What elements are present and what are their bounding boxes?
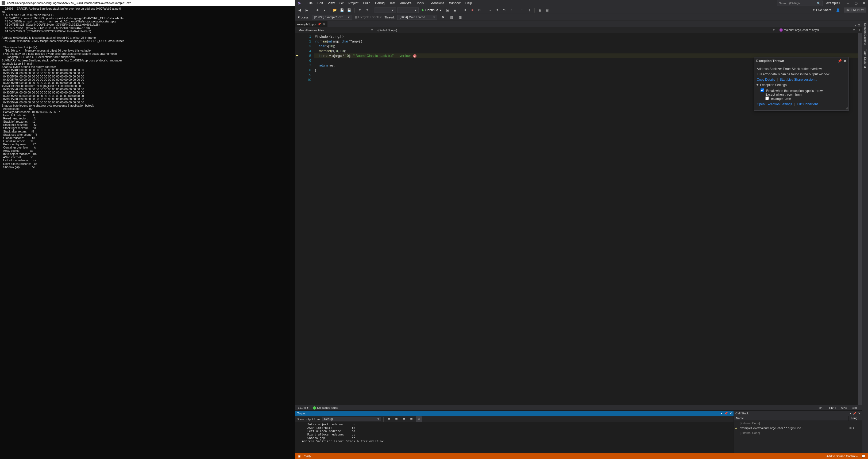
team-explorer-tab[interactable]: Team Explorer bbox=[864, 49, 867, 68]
resize-grip-icon[interactable]: ◢ bbox=[845, 107, 848, 109]
callstack-dropdown-icon[interactable]: ▾ bbox=[849, 412, 851, 415]
output-tool-c-button[interactable]: ≣ bbox=[401, 416, 407, 422]
callstack-row[interactable]: [External Code] bbox=[734, 430, 862, 435]
menu-help[interactable]: Help bbox=[463, 0, 474, 6]
editor-scrollbar[interactable] bbox=[858, 33, 862, 405]
output-close-icon[interactable]: ✕ bbox=[730, 412, 732, 415]
start-live-share-link[interactable]: Start Live Share session... bbox=[780, 78, 817, 81]
tab-gear-icon[interactable]: ⚙ bbox=[858, 24, 861, 27]
tool-b-button[interactable]: ⤵ bbox=[526, 7, 532, 13]
zoom-level[interactable]: 111 % ▾ bbox=[298, 406, 309, 409]
menu-git[interactable]: Git bbox=[337, 0, 346, 6]
int-preview-badge[interactable]: INT PREVIEW bbox=[844, 7, 866, 12]
callstack-titlebar[interactable]: Call Stack ▾ 📌 ✕ bbox=[734, 411, 862, 416]
feedback-button[interactable]: 👤 bbox=[835, 7, 841, 13]
copy-details-link[interactable]: Copy Details bbox=[757, 78, 775, 81]
close-tab-icon[interactable]: ✕ bbox=[323, 23, 326, 26]
menu-view[interactable]: View bbox=[326, 0, 337, 6]
line-indicator[interactable]: Ln: 5 bbox=[818, 406, 824, 409]
flag-button[interactable]: ⚑ bbox=[440, 14, 446, 20]
step-into-button[interactable]: ↴ bbox=[494, 7, 500, 13]
nav-member-selector[interactable]: 🟣 main(int argc, char ** argv)▾ bbox=[777, 28, 857, 32]
output-wordwrap-button[interactable]: ⏎ bbox=[416, 416, 422, 422]
output-tool-a-button[interactable]: ≣ bbox=[386, 416, 392, 422]
eol-indicator[interactable]: CRLF bbox=[852, 406, 860, 409]
open-button[interactable]: ▾ bbox=[321, 7, 328, 13]
new-item-button[interactable]: ✚ bbox=[314, 7, 320, 13]
tool-d-button[interactable]: ▦ bbox=[544, 7, 550, 13]
popup-pin-icon[interactable]: 📌 bbox=[838, 59, 842, 63]
edit-conditions-link[interactable]: Edit Conditions bbox=[797, 102, 818, 106]
callstack-col-name[interactable]: Name bbox=[734, 416, 849, 421]
platform-selector[interactable]: ▾ bbox=[397, 7, 418, 13]
console-output[interactable]: ==23696==ERROR: AddressSanitizer: stack-… bbox=[0, 6, 295, 459]
menu-analyze[interactable]: Analyze bbox=[398, 0, 414, 6]
issues-status[interactable]: ✓No issues found bbox=[313, 406, 338, 410]
menu-file[interactable]: File bbox=[305, 0, 315, 6]
menu-tools[interactable]: Tools bbox=[414, 0, 426, 6]
popup-close-icon[interactable]: ✕ bbox=[844, 59, 846, 63]
restart-button[interactable]: ⟳ bbox=[477, 7, 483, 13]
step-over-button[interactable]: ↷ bbox=[501, 7, 507, 13]
module-checkbox[interactable] bbox=[765, 96, 769, 100]
menu-build[interactable]: Build bbox=[361, 0, 373, 6]
pin-icon[interactable]: 📌 bbox=[317, 23, 321, 26]
break-all-button[interactable]: ⏸ bbox=[462, 7, 468, 13]
exception-settings-header[interactable]: Exception Settings bbox=[757, 83, 846, 87]
output-tool-b-button[interactable]: ≣ bbox=[394, 416, 399, 422]
callstack-close-icon[interactable]: ✕ bbox=[858, 412, 861, 415]
break-checkbox-row[interactable]: Break when this exception type is thrown bbox=[761, 89, 825, 93]
nav-back-button[interactable]: ◀ bbox=[297, 7, 303, 13]
continue-button[interactable]: Continue ▾ bbox=[420, 7, 443, 13]
maximize-button[interactable]: ▢ bbox=[852, 0, 860, 6]
redo-button[interactable]: ↷ bbox=[364, 7, 370, 13]
output-pin-icon[interactable]: 📌 bbox=[724, 412, 728, 415]
step-out-button[interactable]: ↑ bbox=[509, 7, 515, 13]
search-box[interactable]: Search (Ctrl+Q) 🔍 bbox=[777, 1, 823, 6]
nav-fwd-button[interactable]: ▶ bbox=[304, 7, 310, 13]
save-all-button[interactable]: 💾 bbox=[346, 7, 352, 13]
thread-selector[interactable]: [2604] Main Thread▾ bbox=[397, 15, 437, 20]
notifications-icon[interactable]: 💬 bbox=[862, 455, 865, 458]
menu-extensions[interactable]: Extensions bbox=[426, 0, 446, 6]
indent-indicator[interactable]: SPC bbox=[841, 406, 847, 409]
output-titlebar[interactable]: Output ▾ 📌 ✕ bbox=[295, 411, 734, 416]
save-button[interactable]: 💾 bbox=[339, 7, 345, 13]
output-source-selector[interactable]: Debug▾ bbox=[322, 417, 381, 421]
config-selector[interactable]: ▾ bbox=[374, 7, 396, 13]
nav-scope-selector[interactable]: (Global Scope)▾ bbox=[375, 28, 777, 32]
stop-debug-button[interactable]: ■ bbox=[469, 7, 475, 13]
menu-edit[interactable]: Edit bbox=[315, 0, 325, 6]
menu-window[interactable]: Window bbox=[447, 0, 463, 6]
open-file-button[interactable]: 📂 bbox=[332, 7, 338, 13]
callstack-body[interactable]: [External Code]➨example1.exe!main(int ar… bbox=[734, 421, 862, 435]
open-exception-settings-link[interactable]: Open Exception Settings bbox=[757, 102, 792, 106]
output-body[interactable]: Intra object redzone: bb ASan internal: … bbox=[295, 422, 734, 453]
menu-project[interactable]: Project bbox=[346, 0, 360, 6]
minimize-button[interactable]: ─ bbox=[844, 0, 852, 6]
thread-tool-a-button[interactable]: ▦ bbox=[448, 14, 455, 20]
tool-c-button[interactable]: ▦ bbox=[537, 7, 542, 13]
menu-test[interactable]: Test bbox=[388, 0, 398, 6]
lifecycle-events-button[interactable]: ▦ Lifecycle Events ▾ bbox=[355, 15, 382, 19]
output-tool-d-button[interactable]: ≣ bbox=[408, 416, 414, 422]
break-checkbox[interactable] bbox=[761, 89, 764, 92]
show-next-button[interactable]: → bbox=[487, 7, 493, 13]
callstack-col-lang[interactable]: Lang bbox=[849, 416, 862, 421]
nav-split-icon[interactable]: ✚ bbox=[857, 28, 862, 32]
close-button[interactable]: ✕ bbox=[860, 0, 868, 6]
callstack-row[interactable]: ➨example1.exe!main(int argc, char * * ar… bbox=[734, 426, 862, 430]
console-titlebar[interactable]: C:\MSDN\cpp-docs-pr\docs\c-language\ASAN… bbox=[0, 0, 295, 6]
module-checkbox-row[interactable]: example1.exe bbox=[765, 97, 791, 101]
add-source-control-button[interactable]: ↑ Add to Source Control ▴ bbox=[825, 455, 858, 458]
debug-target-button[interactable]: ▣ bbox=[444, 7, 451, 13]
char-indicator[interactable]: Ch: 1 bbox=[829, 406, 836, 409]
process-selector[interactable]: [23696] example1.exe▾ bbox=[312, 15, 352, 20]
thread-tool-b-button[interactable]: ▦ bbox=[457, 14, 463, 20]
live-share-button[interactable]: ↗ Live Share bbox=[810, 8, 834, 12]
debug-target2-button[interactable]: ▣ bbox=[452, 7, 458, 13]
file-tab-example1[interactable]: example1.cpp 📌 ✕ bbox=[295, 21, 328, 27]
callstack-pin-icon[interactable]: 📌 bbox=[853, 412, 857, 415]
menu-debug[interactable]: Debug bbox=[373, 0, 386, 6]
code-editor[interactable]: ➨ 12345678910 #include <string.h>int mai… bbox=[295, 33, 862, 405]
